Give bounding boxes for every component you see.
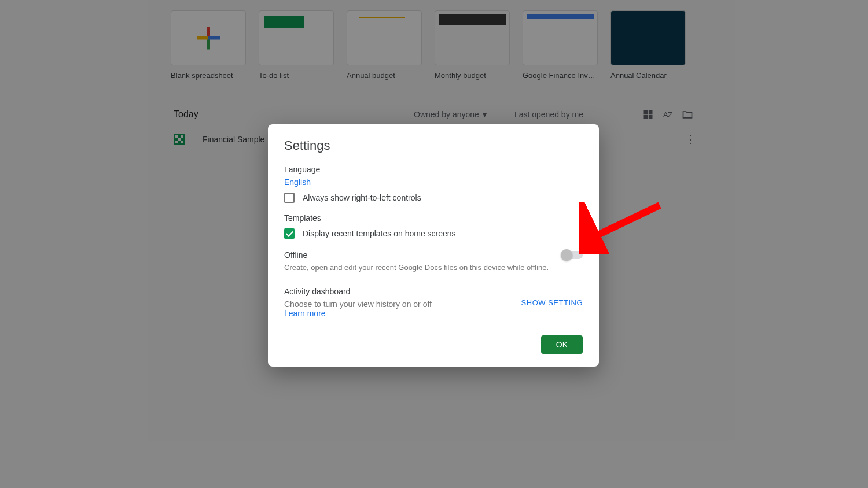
show-setting-button[interactable]: SHOW SETTING [521, 298, 583, 307]
templates-heading: Templates [284, 213, 583, 223]
settings-dialog: Settings Language English Always show ri… [268, 124, 599, 367]
ok-button[interactable]: OK [541, 335, 583, 354]
activity-heading: Activity dashboard [284, 287, 432, 296]
offline-heading: Offline [284, 250, 307, 260]
display-templates-label: Display recent templates on home screens [303, 229, 456, 238]
offline-description: Create, open and edit your recent Google… [284, 263, 583, 272]
activity-description: Choose to turn your view history on or o… [284, 300, 432, 309]
offline-toggle[interactable] [562, 251, 583, 259]
rtl-checkbox[interactable] [284, 193, 295, 203]
language-heading: Language [284, 165, 583, 174]
display-templates-checkbox[interactable] [284, 228, 295, 239]
rtl-label: Always show right-to-left controls [303, 193, 421, 202]
dialog-title: Settings [284, 138, 583, 153]
learn-more-link[interactable]: Learn more [284, 309, 432, 318]
language-value[interactable]: English [284, 178, 583, 187]
